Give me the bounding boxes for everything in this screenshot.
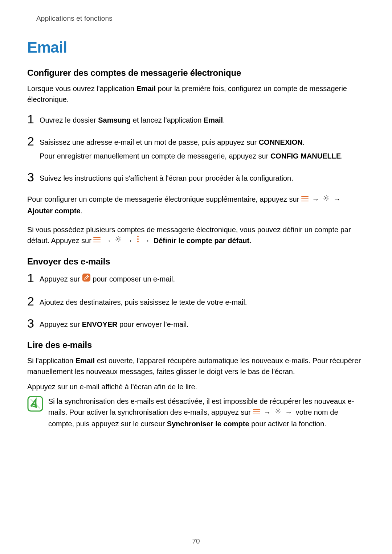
svg-point-18 — [277, 410, 279, 412]
bold-config-manuelle: CONFIG MANUELLE — [270, 152, 341, 160]
step-body: Appuyez sur pour composer un e-mail. — [40, 272, 175, 288]
read-paragraph-1: Si l'application Email est ouverte, l'ap… — [27, 355, 365, 377]
page-title: Email — [27, 39, 365, 56]
bold-email: Email — [204, 116, 223, 124]
text: . — [303, 138, 305, 146]
default-account-paragraph: Si vous possédez plusieurs comptes de me… — [27, 224, 365, 247]
note-icon — [27, 396, 43, 412]
arrow-icon: → — [285, 407, 292, 418]
arrow-icon: → — [264, 407, 271, 418]
top-rule — [19, 0, 19, 11]
text: pour envoyer l'e-mail. — [118, 320, 189, 328]
read-paragraph-2: Appuyez sur un e-mail affiché à l'écran … — [27, 381, 365, 392]
text: Appuyez sur — [40, 275, 82, 283]
svg-point-3 — [325, 197, 327, 199]
intro-bold-email: Email — [136, 85, 156, 93]
step-number: 1 — [27, 113, 40, 125]
text: Pour configurer un compte de messagerie … — [27, 195, 301, 203]
step-2: 2 Ajoutez des destinataires, puis saisis… — [27, 295, 365, 311]
step-number: 2 — [27, 135, 40, 147]
text: Pour enregistrer manuellement un compte … — [40, 152, 270, 160]
svg-point-9 — [137, 238, 139, 240]
bold-email: Email — [75, 357, 95, 365]
arrow-icon: → — [312, 194, 319, 205]
step-number: 3 — [27, 171, 40, 183]
heading-read: Lire des e-mails — [27, 340, 365, 350]
text: . — [341, 152, 343, 160]
text: Saisissez une adresse e-mail et un mot d… — [40, 138, 259, 146]
heading-configure: Configurer des comptes de messagerie éle… — [27, 68, 365, 78]
text: Suivez les instructions qui s'affichent … — [40, 173, 293, 184]
svg-point-7 — [118, 238, 119, 240]
text: Si l'application — [27, 357, 75, 365]
step-3: 3 Suivez les instructions qui s'affichen… — [27, 171, 365, 186]
bold-connexion: CONNEXION — [259, 138, 303, 146]
step-2: 2 Saisissez une adresse e-mail et un mot… — [27, 135, 365, 164]
step-number: 3 — [27, 317, 40, 329]
step-body: Suivez les instructions qui s'affichent … — [40, 171, 293, 186]
arrow-icon: → — [334, 194, 341, 205]
text: Ajoutez des destinataires, puis saisisse… — [40, 297, 247, 308]
gear-icon — [323, 194, 330, 205]
step-number: 2 — [27, 295, 40, 307]
send-steps: 1 Appuyez sur pour composer un e-mail. 2… — [27, 272, 365, 333]
text: Appuyez sur — [40, 320, 82, 328]
text: pour activer la fonction. — [249, 420, 326, 428]
configure-steps: 1 Ouvrez le dossier Samsung et lancez l'… — [27, 113, 365, 186]
svg-point-8 — [137, 236, 139, 237]
note-block: Si la synchronisation des e-mails est dé… — [27, 396, 365, 429]
step-body: Ajoutez des destinataires, puis saisisse… — [40, 295, 247, 311]
arrow-icon: → — [104, 235, 111, 246]
step-1: 1 Appuyez sur pour composer un e-mail. — [27, 272, 365, 288]
text: . — [81, 207, 83, 215]
text: . — [249, 237, 252, 245]
text: et lancez l'application — [131, 116, 204, 124]
arrow-icon: → — [126, 235, 133, 246]
bold-ajouter-compte: Ajouter compte — [27, 207, 81, 215]
gear-icon — [274, 407, 282, 418]
intro-text-a: Lorsque vous ouvrez l'application — [27, 85, 136, 93]
svg-point-10 — [137, 241, 139, 242]
step-body: Ouvrez le dossier Samsung et lancez l'ap… — [40, 113, 225, 128]
compose-icon — [82, 273, 91, 285]
menu-icon — [301, 194, 309, 205]
heading-send: Envoyer des e-mails — [27, 257, 365, 267]
page: Applications et fonctions Email Configur… — [0, 0, 392, 554]
more-icon — [136, 235, 139, 246]
extra-account-paragraph: Pour configurer un compte de messagerie … — [27, 194, 365, 216]
page-number: 70 — [0, 537, 392, 545]
bold-definir-defaut: Définir le compte par défaut — [154, 237, 250, 245]
svg-rect-11 — [82, 274, 90, 282]
menu-icon — [93, 235, 101, 246]
running-head: Applications et fonctions — [36, 15, 365, 22]
note-body: Si la synchronisation des e-mails est dé… — [48, 396, 365, 429]
text: . — [223, 116, 225, 124]
intro-paragraph: Lorsque vous ouvrez l'application Email … — [27, 83, 365, 105]
step-body: Appuyez sur ENVOYER pour envoyer l'e-mai… — [40, 317, 189, 333]
menu-icon — [253, 407, 260, 418]
bold-envoyer: ENVOYER — [82, 320, 118, 328]
step-number: 1 — [27, 272, 40, 284]
step-3: 3 Appuyez sur ENVOYER pour envoyer l'e-m… — [27, 317, 365, 333]
step-body: Saisissez une adresse e-mail et un mot d… — [40, 135, 343, 164]
step-1: 1 Ouvrez le dossier Samsung et lancez l'… — [27, 113, 365, 128]
bold-samsung: Samsung — [98, 116, 131, 124]
text: Ouvrez le dossier — [40, 116, 98, 124]
bold-sync-compte: Synchroniser le compte — [167, 420, 249, 428]
gear-icon — [115, 235, 122, 246]
text: pour composer un e-mail. — [93, 275, 175, 283]
arrow-icon: → — [143, 235, 150, 246]
